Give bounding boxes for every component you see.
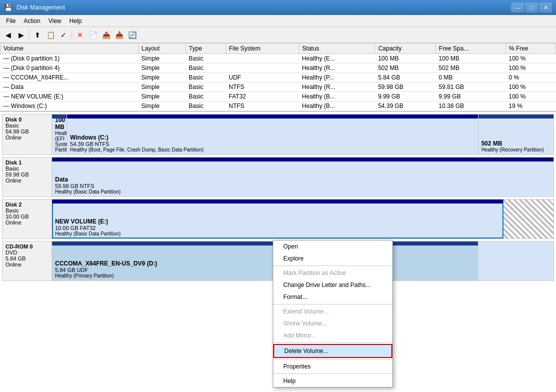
- toolbar-up[interactable]: ⬆: [32, 29, 44, 41]
- table-row[interactable]: — (Disk 0 partition 1)SimpleBasicHealthy…: [1, 54, 556, 64]
- partition-header-stripe: [52, 242, 478, 246]
- col-freespace[interactable]: Free Spa...: [436, 44, 506, 54]
- disk-row-0: Disk 0 Basic 54.98 GB Online 100 MBHealt…: [2, 114, 554, 155]
- col-status[interactable]: Status: [299, 44, 375, 54]
- disk-status: Online: [6, 220, 49, 226]
- disk-name: CD-ROM 0: [6, 244, 49, 250]
- partition-0-1[interactable]: Windows (C:)54.39 GB NTFSHealthy (Boot, …: [67, 114, 478, 154]
- toolbar-forward[interactable]: ▶: [15, 29, 27, 41]
- disk-label-0: Disk 0 Basic 54.98 GB Online: [2, 114, 52, 155]
- toolbar-delete[interactable]: ✕: [74, 29, 86, 41]
- minimize-button[interactable]: —: [511, 2, 524, 12]
- table-row[interactable]: — Windows (C:)SimpleBasicNTFSHealthy (B.…: [1, 102, 556, 111]
- context-menu: OpenExploreMark Partition as ActiveChang…: [273, 240, 393, 388]
- partition-1-0[interactable]: Data59.98 GB NTFSHealthy (Basic Data Par…: [52, 158, 553, 196]
- ctx-shrink: Shrink Volume...: [273, 318, 392, 330]
- ctx-open[interactable]: Open: [273, 240, 392, 252]
- col-freepct[interactable]: % Free: [506, 44, 556, 54]
- partition-header-stripe: [478, 114, 553, 118]
- volume-table: Volume Layout Type File System Status Ca…: [0, 43, 556, 111]
- disk-name: Disk 0: [6, 116, 49, 122]
- table-row[interactable]: — CCCOMA_X64FRE...SimpleBasicUDFHealthy …: [1, 73, 556, 82]
- volume-table-section: Volume Layout Type File System Status Ca…: [0, 43, 556, 112]
- partition-0-0[interactable]: 100 MBHealthy (EFI System Partition): [52, 114, 67, 154]
- table-row[interactable]: — (Disk 0 partition 4)SimpleBasicHealthy…: [1, 64, 556, 73]
- ctx-properties[interactable]: Properties: [273, 360, 392, 372]
- partition-size: 54.39 GB NTFS: [70, 141, 475, 147]
- toolbar-props[interactable]: ✓: [58, 29, 70, 41]
- ctx-change-letter[interactable]: Change Drive Letter and Paths...: [273, 279, 392, 291]
- window-controls: — □ ✕: [511, 2, 552, 12]
- ctx-explore[interactable]: Explore: [273, 252, 392, 264]
- menu-help[interactable]: Help: [66, 16, 86, 26]
- partition-3-0[interactable]: CCCOMA_X64FRE_EN-US_DV9 (D:)5.84 GB UDFH…: [52, 242, 478, 280]
- menu-view[interactable]: View: [45, 16, 66, 26]
- partition-name: CCCOMA_X64FRE_EN-US_DV9 (D:): [55, 260, 475, 267]
- close-button[interactable]: ✕: [539, 2, 552, 12]
- disk-status: Online: [6, 134, 49, 140]
- partition-status: Healthy (Basic Data Partition): [55, 231, 500, 236]
- partition-2-0[interactable]: NEW VOLUME (E:)10.00 GB FAT32Healthy (Ba…: [52, 200, 503, 238]
- disk-type: Basic: [6, 166, 49, 172]
- toolbar-back[interactable]: ◀: [2, 29, 14, 41]
- col-capacity[interactable]: Capacity: [375, 44, 435, 54]
- disk-size: 5.84 GB: [6, 256, 49, 262]
- disk-type: DVD: [6, 250, 49, 256]
- col-layout[interactable]: Layout: [138, 44, 186, 54]
- partition-header-stripe: [52, 200, 503, 204]
- window-title: Disk Management: [17, 4, 507, 11]
- disk-name: Disk 1: [6, 160, 49, 166]
- context-menu-separator: [273, 374, 392, 374]
- partition-name: NEW VOLUME (E:): [55, 218, 500, 225]
- toolbar-import[interactable]: 📥: [113, 29, 125, 41]
- toolbar-show-hide[interactable]: 📋: [45, 29, 57, 41]
- partition-header-stripe: [52, 114, 67, 118]
- toolbar-refresh[interactable]: 🔄: [126, 29, 138, 41]
- partition-3-1[interactable]: [478, 242, 553, 280]
- ctx-delete[interactable]: Delete Volume...: [273, 344, 392, 358]
- toolbar-new[interactable]: 📄: [87, 29, 99, 41]
- disk-size: 59.98 GB: [6, 172, 49, 178]
- ctx-help[interactable]: Help: [273, 375, 392, 387]
- disk-size: 10.00 GB: [6, 214, 49, 220]
- menu-file[interactable]: File: [2, 16, 20, 26]
- ctx-extend: Extend Volume...: [273, 306, 392, 318]
- disk-type: Basic: [6, 208, 49, 214]
- table-row[interactable]: — NEW VOLUME (E:)SimpleBasicFAT32Healthy…: [1, 92, 556, 102]
- col-volume[interactable]: Volume: [1, 44, 139, 54]
- context-menu-separator: [273, 359, 392, 360]
- disk-type: Basic: [6, 122, 49, 128]
- disk-label-1: Disk 1 Basic 59.98 GB Online: [2, 157, 52, 197]
- partition-size: 10.00 GB FAT32: [55, 225, 500, 231]
- disk-label-3: CD-ROM 0 DVD 5.84 GB Online: [2, 241, 52, 281]
- app-icon: 💾: [4, 4, 13, 12]
- partition-header-stripe: [503, 200, 553, 204]
- disk-status: Online: [6, 262, 49, 268]
- disk-partitions-2: NEW VOLUME (E:)10.00 GB FAT32Healthy (Ba…: [52, 199, 554, 239]
- toolbar: ◀ ▶ ⬆ 📋 ✓ ✕ 📄 📤 📥 🔄: [0, 27, 556, 43]
- partition-status: Healthy (Recovery Partition): [481, 147, 550, 152]
- partition-header-stripe: [52, 158, 553, 162]
- partition-size: 5.84 GB UDF: [55, 267, 475, 273]
- ctx-add-mirror: Add Mirror...: [273, 330, 392, 342]
- partition-status: Healthy (Basic Data Partition): [55, 189, 550, 194]
- menu-action[interactable]: Action: [20, 16, 44, 26]
- ctx-format[interactable]: Format...: [273, 291, 392, 303]
- partition-2-1[interactable]: [503, 200, 553, 238]
- partition-status: Healthy (Boot, Page File, Crash Dump, Ba…: [70, 147, 475, 152]
- partition-0-2[interactable]: 502 MBHealthy (Recovery Partition): [478, 114, 553, 154]
- disk-row-1: Disk 1 Basic 59.98 GB Online Data59.98 G…: [2, 157, 554, 197]
- context-menu-separator: [273, 266, 392, 266]
- col-filesystem[interactable]: File System: [226, 44, 299, 54]
- toolbar-export[interactable]: 📤: [100, 29, 112, 41]
- disk-status: Online: [6, 178, 49, 184]
- table-row[interactable]: — DataSimpleBasicNTFSHealthy (R...59.98 …: [1, 82, 556, 92]
- partition-status: Healthy (Primary Partition): [55, 273, 475, 278]
- disk-row-2: Disk 2 Basic 10.00 GB Online NEW VOLUME …: [2, 199, 554, 239]
- maximize-button[interactable]: □: [525, 2, 538, 12]
- disk-partitions-0: 100 MBHealthy (EFI System Partition)Wind…: [52, 114, 554, 155]
- partition-name: Windows (C:): [70, 134, 475, 141]
- col-type[interactable]: Type: [186, 44, 226, 54]
- disk-partitions-1: Data59.98 GB NTFSHealthy (Basic Data Par…: [52, 157, 554, 197]
- partition-name: 100 MB: [55, 116, 64, 130]
